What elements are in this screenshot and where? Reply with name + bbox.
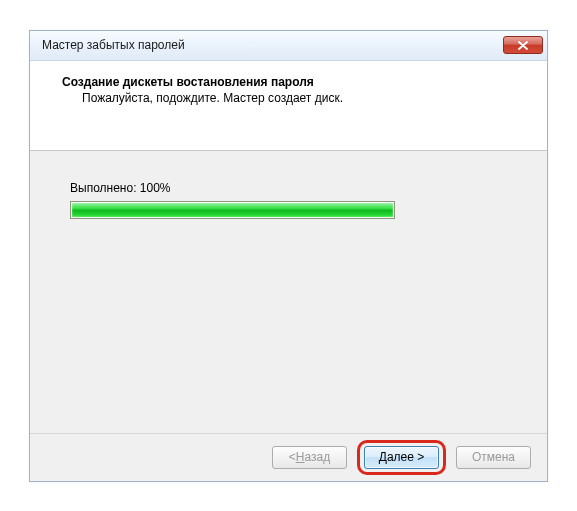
next-button[interactable]: Далее > [364,446,439,469]
wizard-step-title: Создание дискеты востановления пароля [54,75,523,89]
next-button-highlight: Далее > [357,440,446,475]
wizard-header: Создание дискеты востановления пароля По… [30,61,547,151]
progress-label-prefix: Выполнено: [70,181,136,195]
back-button[interactable]: < Назад [272,446,347,469]
cancel-button[interactable]: Отмена [456,446,531,469]
wizard-step-subtitle: Пожалуйста, подождите. Мастер создает ди… [54,91,523,105]
wizard-content: Выполнено: 100% [30,151,547,433]
close-button[interactable] [503,36,543,54]
window-title: Мастер забытых паролей [42,38,503,52]
close-icon [518,41,528,50]
button-bar: < Назад Далее > Отмена [30,433,547,481]
wizard-dialog: Мастер забытых паролей Создание дискеты … [29,30,548,482]
progress-percent-text: 100% [140,181,171,195]
progress-fill [72,203,393,217]
titlebar: Мастер забытых паролей [30,31,547,61]
progress-label: Выполнено: 100% [70,181,507,195]
progress-bar [70,201,395,219]
